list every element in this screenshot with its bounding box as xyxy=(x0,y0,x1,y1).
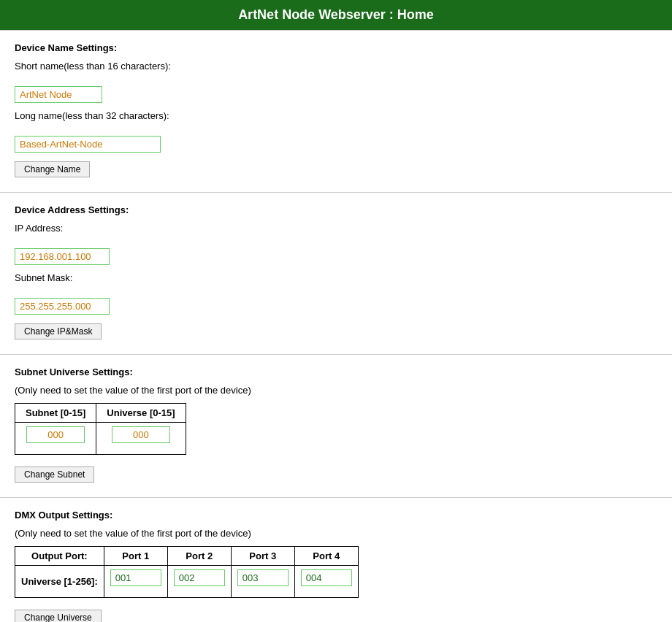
port4-input[interactable] xyxy=(301,569,352,586)
dmx-output-hint: (Only need to set the value of the first… xyxy=(15,528,657,539)
change-name-button[interactable]: Change Name xyxy=(15,161,90,177)
short-name-input[interactable] xyxy=(15,86,102,103)
subnet-mask-input[interactable] xyxy=(15,298,110,315)
device-name-section: Device Name Settings: Short name(less th… xyxy=(0,31,672,192)
device-address-section: Device Address Settings: IP Address: Sub… xyxy=(0,193,672,354)
port1-input[interactable] xyxy=(110,569,161,586)
subnet-mask-label: Subnet Mask: xyxy=(15,272,657,283)
ip-input[interactable] xyxy=(15,248,110,265)
output-port-col-header: Output Port: xyxy=(15,547,104,566)
port4-col-header: Port 4 xyxy=(294,547,358,566)
dmx-output-table: Output Port: Port 1 Port 2 Port 3 Port 4… xyxy=(15,546,359,598)
port2-col-header: Port 2 xyxy=(167,547,231,566)
universe-row-label: Universe [1-256]: xyxy=(15,566,104,598)
subnet-universe-section: Subnet Universe Settings: (Only need to … xyxy=(0,355,672,497)
page-title: ArtNet Node Webserver : Home xyxy=(238,7,434,22)
subnet-universe-hint: (Only need to set the value of the first… xyxy=(15,385,657,396)
port3-col-header: Port 3 xyxy=(231,547,294,566)
dmx-output-title: DMX Output Settings: xyxy=(15,510,657,521)
device-address-title: Device Address Settings: xyxy=(15,204,657,215)
subnet-universe-title: Subnet Universe Settings: xyxy=(15,366,657,377)
change-ip-button[interactable]: Change IP&Mask xyxy=(15,323,102,339)
port1-cell xyxy=(104,566,167,598)
port2-cell xyxy=(167,566,231,598)
long-name-label: Long name(less than 32 characters): xyxy=(15,110,657,121)
port3-input[interactable] xyxy=(237,569,289,586)
subnet-col-header: Subnet [0-15] xyxy=(15,404,96,423)
dmx-universe-row: Universe [1-256]: xyxy=(15,566,359,598)
page-header: ArtNet Node Webserver : Home xyxy=(0,0,672,30)
long-name-input[interactable] xyxy=(15,136,161,153)
change-universe-button[interactable]: Change Universe xyxy=(15,610,102,622)
subnet-value-input[interactable] xyxy=(26,426,85,443)
port3-cell xyxy=(231,566,294,598)
universe-value-input[interactable] xyxy=(112,426,170,443)
short-name-label: Short name(less than 16 characters): xyxy=(15,61,657,72)
subnet-universe-table: Subnet [0-15] Universe [0-15] xyxy=(15,403,186,455)
universe-col-header: Universe [0-15] xyxy=(96,404,186,423)
device-name-title: Device Name Settings: xyxy=(15,42,657,53)
subnet-universe-row xyxy=(15,423,186,455)
subnet-cell xyxy=(15,423,96,455)
dmx-output-section: DMX Output Settings: (Only need to set t… xyxy=(0,498,672,622)
port4-cell xyxy=(294,566,358,598)
port2-input[interactable] xyxy=(174,569,225,586)
port1-col-header: Port 1 xyxy=(104,547,167,566)
universe-cell xyxy=(96,423,186,455)
change-subnet-button[interactable]: Change Subnet xyxy=(15,466,94,483)
ip-label: IP Address: xyxy=(15,223,657,234)
